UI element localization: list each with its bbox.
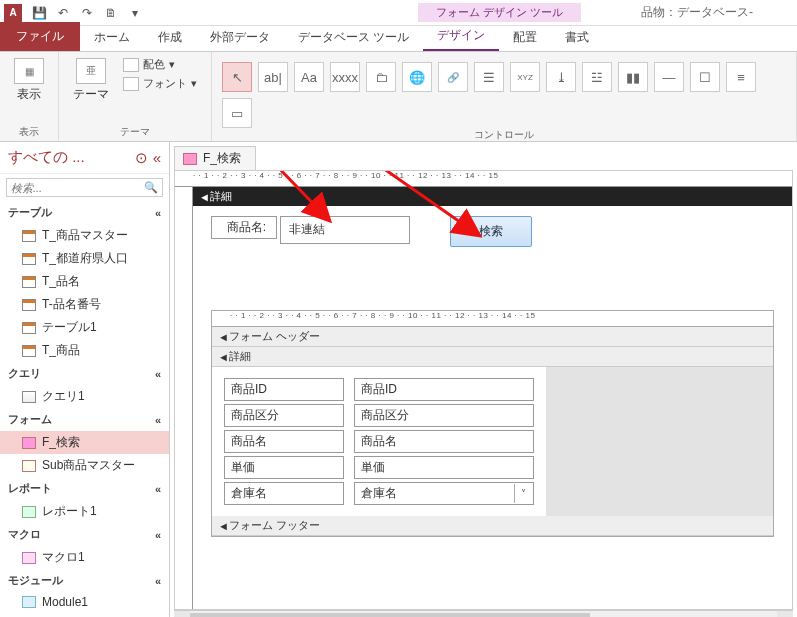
nav-item[interactable]: Sub商品マスター <box>0 454 169 477</box>
label-product-name[interactable]: 商品名: <box>211 216 277 239</box>
chevron-down-icon[interactable]: ⊙ « <box>135 149 161 167</box>
control-combobox[interactable]: ☳ <box>582 62 612 92</box>
tab-file[interactable]: ファイル <box>0 22 80 51</box>
nav-item[interactable]: F_検索 <box>0 431 169 454</box>
scroll-left-icon[interactable]: ◂ <box>174 611 190 617</box>
tab-format[interactable]: 書式 <box>551 24 603 51</box>
form-icon <box>183 153 197 165</box>
control-option-group[interactable]: XYZ <box>510 62 540 92</box>
nav-search-input[interactable] <box>11 182 144 194</box>
print-preview-icon[interactable]: 🗎 <box>100 2 122 24</box>
theme-button[interactable]: 亜 テーマ <box>69 56 113 105</box>
nav-item-label: マクロ1 <box>42 549 85 566</box>
subform-container[interactable]: · · 1 · · 2 · · 3 · · 4 · · 5 · · 6 · · … <box>211 310 774 537</box>
nav-section-modules[interactable]: モジュール« <box>0 569 169 592</box>
nav-item[interactable]: T_品名 <box>0 270 169 293</box>
control-line[interactable]: — <box>654 62 684 92</box>
field-combobox[interactable]: 倉庫名 <box>354 482 534 505</box>
subform-header-bar[interactable]: ◄ フォーム ヘッダー <box>212 327 773 347</box>
form-object-tab[interactable]: F_検索 <box>174 146 256 170</box>
nav-item[interactable]: マクロ1 <box>0 546 169 569</box>
tab-external[interactable]: 外部データ <box>196 24 284 51</box>
nav-item[interactable]: テーブル1 <box>0 316 169 339</box>
nav-item[interactable]: T_商品 <box>0 339 169 362</box>
field-textbox[interactable]: 商品区分 <box>354 404 534 427</box>
field-textbox[interactable]: 商品ID <box>354 378 534 401</box>
search-icon[interactable]: 🔍 <box>144 181 158 194</box>
field-textbox[interactable]: 単価 <box>354 456 534 479</box>
nav-item[interactable]: T_都道府県人口 <box>0 247 169 270</box>
colors-button[interactable]: 配色 ▾ <box>119 56 201 73</box>
qat-customize-icon[interactable]: ▾ <box>124 2 146 24</box>
control-chart[interactable]: ▮▮ <box>618 62 648 92</box>
group-controls-label: コントロール <box>222 128 786 142</box>
form-icon <box>22 437 36 449</box>
nav-item-label: レポート1 <box>42 503 97 520</box>
field-label[interactable]: 単価 <box>224 456 344 479</box>
field-label[interactable]: 商品名 <box>224 430 344 453</box>
control-list[interactable]: ≡ <box>726 62 756 92</box>
textbox-product-name[interactable]: 非連結 <box>280 216 410 244</box>
workspace: すべての ... ⊙ « 🔍 テーブル« T_商品マスターT_都道府県人口T_品… <box>0 142 797 617</box>
table-icon <box>22 322 36 334</box>
field-row: 単価単価 <box>224 456 534 479</box>
scroll-right-icon[interactable]: ▸ <box>777 611 793 617</box>
field-label[interactable]: 商品区分 <box>224 404 344 427</box>
control-toggle[interactable]: ☐ <box>690 62 720 92</box>
nav-item[interactable]: Module1 <box>0 592 169 612</box>
detail-section-bar[interactable]: ◄ 詳細 <box>193 187 792 206</box>
save-icon[interactable]: 💾 <box>28 2 50 24</box>
field-row: 商品区分商品区分 <box>224 404 534 427</box>
subform-detail-bar[interactable]: ◄ 詳細 <box>212 347 773 367</box>
nav-item[interactable]: T_商品マスター <box>0 224 169 247</box>
control-textbox[interactable]: ab| <box>258 62 288 92</box>
nav-item-label: Module1 <box>42 595 88 609</box>
nav-header[interactable]: すべての ... ⊙ « <box>0 142 169 174</box>
tab-home[interactable]: ホーム <box>80 24 144 51</box>
nav-section-reports[interactable]: レポート« <box>0 477 169 500</box>
nav-item[interactable]: レポート1 <box>0 500 169 523</box>
subform-footer-bar[interactable]: ◄ フォーム フッター <box>212 516 773 536</box>
control-select[interactable]: ↖ <box>222 62 252 92</box>
control-web[interactable]: 🔗 <box>438 62 468 92</box>
field-label[interactable]: 倉庫名 <box>224 482 344 505</box>
control-nav[interactable]: ☰ <box>474 62 504 92</box>
control-label[interactable]: Aa <box>294 62 324 92</box>
nav-item-label: T_品名 <box>42 273 80 290</box>
search-button[interactable]: 検索 <box>450 216 532 247</box>
control-rect[interactable]: ▭ <box>222 98 252 128</box>
tab-arrange[interactable]: 配置 <box>499 24 551 51</box>
context-tab-label: フォーム デザイン ツール <box>418 3 581 22</box>
control-tab[interactable]: 🗀 <box>366 62 396 92</box>
theme-icon: 亜 <box>76 58 106 84</box>
control-hyperlink[interactable]: 🌐 <box>402 62 432 92</box>
field-label[interactable]: 商品ID <box>224 378 344 401</box>
tab-create[interactable]: 作成 <box>144 24 196 51</box>
nav-section-queries[interactable]: クエリ« <box>0 362 169 385</box>
undo-icon[interactable]: ↶ <box>52 2 74 24</box>
report-icon <box>22 506 36 518</box>
form-canvas[interactable]: · · 1 · · 2 · · 3 · · 4 · · 5 · · 6 · · … <box>174 170 793 610</box>
field-textbox[interactable]: 商品名 <box>354 430 534 453</box>
nav-item-label: T-品名番号 <box>42 296 101 313</box>
fonts-button[interactable]: フォント ▾ <box>119 75 201 92</box>
nav-section-tables[interactable]: テーブル« <box>0 201 169 224</box>
redo-icon[interactable]: ↷ <box>76 2 98 24</box>
group-view: ▦ 表示 表示 <box>0 52 59 141</box>
nav-section-macros[interactable]: マクロ« <box>0 523 169 546</box>
nav-item[interactable]: T-品名番号 <box>0 293 169 316</box>
table-icon <box>22 276 36 288</box>
nav-section-forms[interactable]: フォーム« <box>0 408 169 431</box>
nav-search[interactable]: 🔍 <box>6 178 163 197</box>
view-button[interactable]: ▦ 表示 <box>10 56 48 105</box>
control-button[interactable]: xxxx <box>330 62 360 92</box>
tab-design[interactable]: デザイン <box>423 22 499 51</box>
nav-item[interactable]: クエリ1 <box>0 385 169 408</box>
detail-section[interactable]: 商品名: 非連結 検索 <box>193 206 792 296</box>
control-pagebreak[interactable]: ⤓ <box>546 62 576 92</box>
scroll-thumb[interactable] <box>190 613 590 617</box>
nav-item-label: T_商品マスター <box>42 227 128 244</box>
group-theme: 亜 テーマ 配色 ▾ フォント ▾ テーマ <box>59 52 212 141</box>
horizontal-scrollbar[interactable]: ◂ ▸ <box>174 610 793 617</box>
tab-dbtools[interactable]: データベース ツール <box>284 24 423 51</box>
